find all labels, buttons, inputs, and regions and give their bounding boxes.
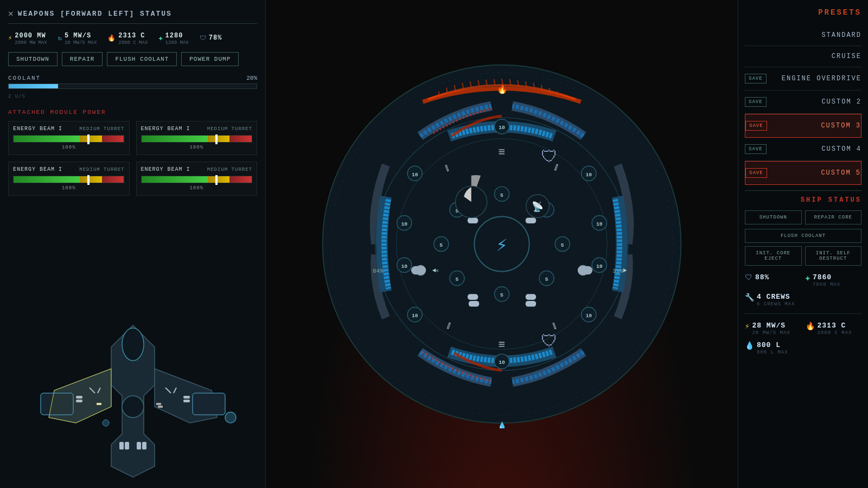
- module-name-1: ENERGY BEAM I: [141, 126, 190, 132]
- power-bar-0[interactable]: [13, 135, 125, 143]
- svg-text:🔥: 🔥: [497, 84, 508, 95]
- power-bar-1[interactable]: [141, 135, 253, 143]
- ship-heat-max: 2800 C MAX: [818, 330, 852, 336]
- svg-text:5: 5: [439, 242, 443, 248]
- ship-repair-value: 7860: [813, 273, 832, 281]
- svg-text:10: 10: [596, 221, 603, 227]
- preset-custom2: SAVE CUSTOM 2: [745, 91, 861, 114]
- preset-custom3-label: CUSTOM 3: [771, 122, 861, 130]
- power-bar-red-1: [229, 136, 252, 142]
- module-pct-2: 100%: [13, 185, 125, 191]
- svg-text:10: 10: [412, 172, 418, 178]
- plus-icon: ✚: [158, 34, 162, 42]
- preset-custom4-label: CUSTOM 4: [771, 145, 861, 153]
- power-bar-red-0: [102, 136, 124, 142]
- init-self-destruct-button[interactable]: INIT. SELF DESTRUCT: [805, 246, 862, 266]
- power-bar-3[interactable]: [141, 176, 253, 183]
- module-card-1: ENERGY BEAM I MEDIUM TURRET 100%: [136, 121, 258, 155]
- power-bar-handle-0[interactable]: [87, 134, 90, 144]
- ship-bolt-icon: ⚡: [745, 322, 749, 331]
- svg-text:🛡: 🛡: [541, 332, 558, 351]
- ship-drop-icon: 💧: [745, 341, 754, 350]
- save-custom2-button[interactable]: SAVE: [745, 97, 767, 107]
- heat-max: 2800 C MAX: [118, 40, 148, 46]
- ship-coolant-stat: 💧 800 L 800 L MAX: [745, 340, 801, 355]
- power-bar-handle-3[interactable]: [215, 175, 218, 185]
- save-custom4-button[interactable]: SAVE: [745, 144, 767, 154]
- power-dump-button[interactable]: POWER DUMP: [181, 52, 239, 66]
- shutdown-button[interactable]: SHUTDOWN: [8, 52, 58, 66]
- regen-max: 10 MW/S MAX: [65, 40, 97, 46]
- ship-repair-stat: ✚ 7860 7860 MAX: [806, 272, 862, 287]
- power-value: 2000 MW: [15, 32, 46, 40]
- svg-rect-105: [578, 266, 592, 275]
- svg-text:≡: ≡: [499, 338, 506, 351]
- circular-display[interactable]: 🔥: [317, 60, 686, 428]
- preset-engine-overdrive-label: ENGINE OVERDRIVE: [771, 75, 861, 82]
- preset-standard[interactable]: STANDARD: [745, 25, 861, 46]
- save-engine-overdrive-button[interactable]: SAVE: [745, 74, 767, 84]
- module-type-0: MEDIUM TURRET: [79, 126, 124, 132]
- ship-action-btns: SHUTDOWN REPAIR CORE: [745, 210, 861, 224]
- heat-value: 2313 C: [118, 32, 145, 40]
- svg-text:84%: 84%: [373, 268, 384, 274]
- flame-icon: 🔥: [107, 34, 116, 42]
- svg-text:5: 5: [500, 292, 503, 298]
- power-bar-handle-1[interactable]: [215, 134, 218, 144]
- svg-rect-9: [183, 396, 190, 399]
- ship-stats-grid: 🛡 88% ✚ 7860 7860 MAX 🔧 4 CREWS 6 CREWS …: [745, 272, 861, 355]
- svg-rect-96: [468, 294, 478, 300]
- preset-custom5: SAVE CUSTOM 5: [745, 161, 861, 185]
- bolt-icon: ⚡: [8, 34, 12, 42]
- svg-text:5: 5: [561, 242, 564, 248]
- shield-stat: 🛡 78%: [200, 30, 222, 46]
- module-type-1: MEDIUM TURRET: [207, 126, 252, 132]
- flush-coolant-button[interactable]: FLUSH COOLANT: [107, 52, 177, 66]
- ship-shutdown-button[interactable]: SHUTDOWN: [745, 210, 802, 224]
- svg-text:10: 10: [499, 125, 505, 131]
- preset-standard-label: STANDARD: [745, 31, 861, 39]
- repair-button[interactable]: REPAIR: [62, 52, 103, 66]
- ship-power-stat: ⚡ 28 MW/S 28 MW/S MAX: [745, 320, 801, 336]
- coolant-bar[interactable]: [8, 84, 257, 89]
- ship-power-value: 28 MW/S: [752, 322, 786, 330]
- power-bar-green-2: [14, 176, 80, 183]
- svg-rect-17: [137, 442, 141, 450]
- svg-text:⚡: ⚡: [496, 235, 507, 257]
- repair-max: 1280 MAX: [165, 40, 189, 46]
- power-stat: ⚡ 2000 MW 2000 MW MAX: [8, 30, 47, 46]
- ship-flush-coolant-button[interactable]: FLUSH COOLANT: [745, 229, 861, 243]
- power-bar-green-3: [142, 176, 208, 183]
- preset-engine-overdrive: SAVE ENGINE OVERDRIVE: [745, 67, 861, 91]
- power-bar-2[interactable]: [13, 176, 125, 183]
- svg-rect-24: [97, 403, 101, 405]
- shield-pct: 78%: [209, 34, 222, 42]
- power-bar-red-2: [102, 176, 124, 183]
- svg-rect-103: [411, 266, 426, 275]
- coolant-section: COOLANT 20% 2 U/S: [8, 75, 257, 100]
- preset-cruise[interactable]: CRUISE: [745, 46, 861, 67]
- power-bar-green-0: [14, 136, 80, 142]
- repair-value: 1280: [165, 32, 183, 40]
- init-core-eject-button[interactable]: INIT. CORE EJECT: [745, 246, 802, 266]
- module-power-title: ATTACHED MODULE POWER: [8, 109, 257, 115]
- save-custom5-button[interactable]: SAVE: [745, 168, 767, 178]
- module-power-section: ATTACHED MODULE POWER ENERGY BEAM I MEDI…: [8, 109, 257, 196]
- power-bar-yellow-3: [208, 176, 230, 183]
- svg-rect-18: [142, 442, 146, 450]
- ship-repair-icon: ✚: [806, 273, 810, 282]
- action-buttons: SHUTDOWN REPAIR FLUSH COOLANT POWER DUMP: [8, 52, 257, 66]
- ship-repair-core-button[interactable]: REPAIR CORE: [805, 210, 862, 224]
- ship-status-section: SHIP STATUS SHUTDOWN REPAIR CORE FLUSH C…: [745, 190, 861, 355]
- center-panel: 🔥: [266, 0, 738, 488]
- regen-stat: ↻ 5 MW/S 10 MW/S MAX: [58, 30, 97, 46]
- power-bar-yellow-2: [80, 176, 102, 183]
- ship-crews-value: 4 CREWS: [757, 293, 790, 301]
- ship-shield-icon: 🛡: [745, 273, 752, 282]
- svg-rect-16: [125, 442, 129, 450]
- save-custom3-button[interactable]: SAVE: [745, 121, 767, 131]
- svg-text:◄: ◄: [436, 268, 439, 274]
- svg-text:10: 10: [401, 221, 407, 227]
- power-bar-yellow-0: [80, 136, 102, 142]
- power-bar-handle-2[interactable]: [87, 175, 90, 185]
